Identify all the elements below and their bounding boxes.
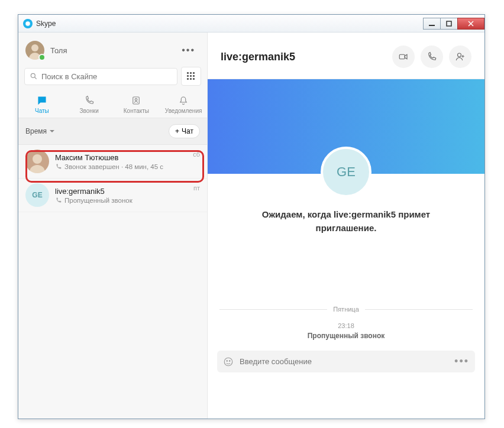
- chat-item[interactable]: Максим Тютюшев Звонок завершен · 48 мин,…: [18, 145, 207, 179]
- avatar[interactable]: [25, 41, 44, 60]
- search-icon: [30, 72, 38, 80]
- search-input[interactable]: [41, 72, 172, 81]
- chat-time: пт: [193, 184, 200, 192]
- chat-avatar: GE: [25, 183, 49, 207]
- chat-subtitle: Звонок завершен · 48 мин, 45 с: [55, 163, 189, 170]
- chat-item[interactable]: GE live:germanik5 Пропущенный звонок пт: [18, 179, 207, 212]
- message-text: Пропущенный звонок: [208, 332, 484, 340]
- chevron-down-icon: [49, 128, 55, 134]
- svg-point-9: [230, 360, 231, 361]
- search-box[interactable]: [24, 68, 177, 85]
- dialpad-button[interactable]: [181, 67, 201, 86]
- svg-point-4: [135, 99, 138, 101]
- svg-point-2: [31, 73, 35, 77]
- chat-avatar: [25, 150, 49, 173]
- maximize-button[interactable]: [440, 18, 458, 30]
- sort-dropdown[interactable]: Время: [25, 127, 55, 135]
- more-button[interactable]: •••: [177, 43, 200, 58]
- tab-notifications[interactable]: Уведомления: [160, 90, 207, 118]
- profile-row: Толя •••: [18, 33, 207, 63]
- window-title: Skype: [36, 20, 56, 28]
- nav-tabs: Чаты Звонки Контакты Уведомления: [18, 90, 207, 118]
- skype-icon: [23, 19, 33, 28]
- close-button[interactable]: [457, 18, 484, 30]
- list-header: Время + Чат: [18, 118, 207, 145]
- profile-name[interactable]: Толя: [50, 46, 67, 55]
- main-panel: live:germanik5 GE Ожидаем, когда live:ge…: [208, 33, 484, 419]
- composer-more-button[interactable]: •••: [454, 355, 469, 368]
- sidebar: Толя ••• Чаты Звонки: [18, 33, 208, 419]
- svg-point-8: [227, 360, 228, 361]
- day-separator: Пятница: [219, 306, 473, 313]
- plus-icon: +: [175, 127, 179, 135]
- svg-rect-0: [429, 25, 435, 26]
- svg-rect-1: [447, 21, 451, 26]
- app-window: Skype Толя •••: [18, 14, 485, 419]
- message-input[interactable]: [240, 357, 448, 366]
- new-chat-button[interactable]: + Чат: [169, 124, 200, 138]
- tab-chats[interactable]: Чаты: [18, 90, 66, 118]
- waiting-text: Ожидаем, когда live:germanik5 примет при…: [208, 208, 484, 235]
- chat-subtitle: Пропущенный звонок: [55, 197, 190, 204]
- tab-contacts-label: Контакты: [124, 108, 149, 114]
- chat-name: live:germanik5: [55, 187, 190, 196]
- chat-name: Максим Тютюшев: [55, 153, 189, 162]
- conversation-header: live:germanik5: [208, 33, 484, 79]
- window-controls: [424, 18, 484, 30]
- profile-banner: GE: [208, 79, 484, 174]
- tab-notifications-label: Уведомления: [165, 108, 202, 114]
- phone-icon: [55, 197, 62, 204]
- svg-point-7: [224, 358, 232, 366]
- message-time: 23:18: [208, 322, 484, 329]
- tab-chats-label: Чаты: [35, 108, 49, 114]
- presence-indicator: [38, 54, 46, 61]
- tab-calls[interactable]: Звонки: [66, 90, 113, 118]
- video-call-button[interactable]: [392, 46, 415, 68]
- conversation-title: live:germanik5: [221, 51, 295, 63]
- message-composer[interactable]: •••: [217, 351, 475, 372]
- titlebar: Skype: [18, 15, 484, 33]
- minimize-button[interactable]: [423, 18, 441, 30]
- chat-time: сб: [193, 151, 200, 158]
- profile-avatar-large: GE: [321, 147, 371, 197]
- audio-call-button[interactable]: [421, 46, 443, 68]
- phone-icon: [55, 163, 62, 170]
- add-contact-button[interactable]: [449, 46, 471, 68]
- tab-contacts[interactable]: Контакты: [113, 90, 160, 118]
- tab-calls-label: Звонки: [79, 108, 98, 114]
- dialpad-icon: [187, 72, 195, 80]
- svg-rect-5: [399, 54, 405, 59]
- svg-point-6: [458, 53, 461, 57]
- emoji-icon[interactable]: [223, 356, 234, 367]
